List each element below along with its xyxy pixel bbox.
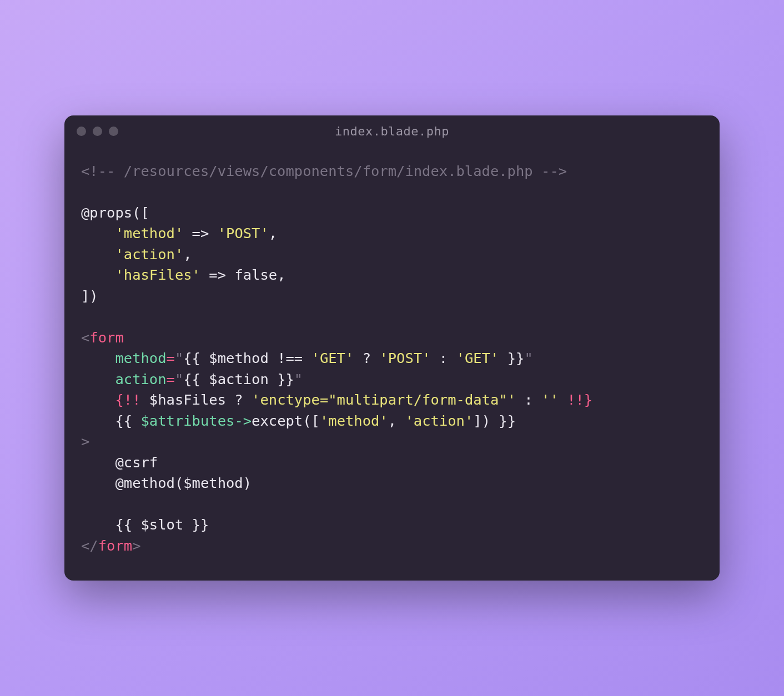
action-str: 'action' bbox=[405, 412, 473, 429]
comma: , bbox=[269, 225, 277, 241]
enctype-str: 'enctype="multipart/form-data"' bbox=[252, 391, 516, 408]
method-expr: $method !== bbox=[209, 350, 311, 366]
get-str: 'GET' bbox=[456, 350, 499, 366]
eq: = bbox=[167, 371, 175, 387]
thin-arrow: -> bbox=[234, 412, 252, 429]
qmark: ? bbox=[354, 350, 379, 366]
quote: " bbox=[175, 350, 183, 366]
window-titlebar: index.blade.php bbox=[64, 115, 720, 148]
indent bbox=[81, 391, 115, 408]
blade-open: {{ bbox=[183, 350, 209, 366]
form-tag: form bbox=[89, 329, 123, 346]
blade-close: }} bbox=[183, 516, 209, 533]
empty-str: '' bbox=[541, 391, 559, 408]
tag-close-bracket: > bbox=[81, 433, 89, 450]
indent bbox=[81, 350, 115, 366]
blade-close: }} bbox=[490, 412, 516, 429]
blade-raw-close: !!} bbox=[559, 391, 592, 408]
hasfiles-var: $hasFiles bbox=[149, 391, 226, 408]
blade-close: }} bbox=[499, 350, 524, 366]
except-call: except([ bbox=[252, 412, 320, 429]
prop-action-key: 'action' bbox=[115, 246, 183, 263]
attributes-var: $attributes bbox=[140, 412, 234, 429]
indent bbox=[81, 475, 115, 491]
indent bbox=[81, 412, 115, 429]
quote: " bbox=[175, 371, 183, 387]
quote: " bbox=[524, 350, 532, 366]
code-editor[interactable]: <!-- /resources/views/components/form/in… bbox=[64, 148, 720, 581]
prop-method-key: 'method' bbox=[115, 225, 183, 241]
tag-open-bracket: < bbox=[81, 329, 89, 346]
tag-open-bracket: < bbox=[81, 537, 89, 554]
traffic-lights bbox=[77, 127, 118, 136]
tag-close-bracket: > bbox=[132, 537, 140, 554]
prop-hasfiles-key: 'hasFiles' bbox=[115, 266, 200, 283]
code-comment: <!-- /resources/views/components/form/in… bbox=[81, 163, 567, 179]
get-str: 'GET' bbox=[311, 350, 354, 366]
blade-open: {{ bbox=[115, 516, 140, 533]
eq: = bbox=[167, 350, 175, 366]
comma-space: , bbox=[388, 412, 405, 429]
attr-method: method bbox=[115, 350, 166, 366]
form-close-tag: form bbox=[98, 537, 132, 554]
code-window: index.blade.php <!-- /resources/views/co… bbox=[64, 115, 720, 581]
props-close: ]) bbox=[81, 288, 98, 304]
prop-hasfiles-val: false bbox=[234, 266, 277, 283]
post-str: 'POST' bbox=[379, 350, 430, 366]
method-str: 'method' bbox=[320, 412, 388, 429]
blade-open: {{ bbox=[183, 371, 209, 387]
indent bbox=[81, 516, 115, 533]
action-var: $action bbox=[209, 371, 268, 387]
indent bbox=[81, 266, 115, 283]
minimize-icon[interactable] bbox=[93, 127, 102, 136]
indent bbox=[81, 246, 115, 263]
prop-method-val: 'POST' bbox=[218, 225, 269, 241]
comma: , bbox=[277, 266, 285, 283]
blade-close: }} bbox=[269, 371, 294, 387]
indent bbox=[81, 225, 115, 241]
blade-open: {{ bbox=[115, 412, 140, 429]
quote: " bbox=[294, 371, 303, 387]
colon: : bbox=[431, 350, 456, 366]
arrow: => bbox=[183, 225, 217, 241]
indent bbox=[81, 371, 115, 387]
close-icon[interactable] bbox=[77, 127, 86, 136]
window-title: index.blade.php bbox=[64, 124, 720, 138]
arrow: => bbox=[200, 266, 234, 283]
except-end: ]) bbox=[473, 412, 490, 429]
qmark: ? bbox=[226, 391, 252, 408]
blade-raw-open: {!! bbox=[115, 391, 149, 408]
maximize-icon[interactable] bbox=[109, 127, 118, 136]
comma: , bbox=[183, 246, 192, 263]
tag-slash: / bbox=[89, 537, 98, 554]
csrf: @csrf bbox=[115, 454, 158, 471]
attr-action: action bbox=[115, 371, 166, 387]
props-open: @props([ bbox=[81, 204, 149, 221]
method-directive: @method($method) bbox=[115, 475, 252, 491]
indent bbox=[81, 454, 115, 471]
colon: : bbox=[516, 391, 541, 408]
slot-var: $slot bbox=[140, 516, 183, 533]
